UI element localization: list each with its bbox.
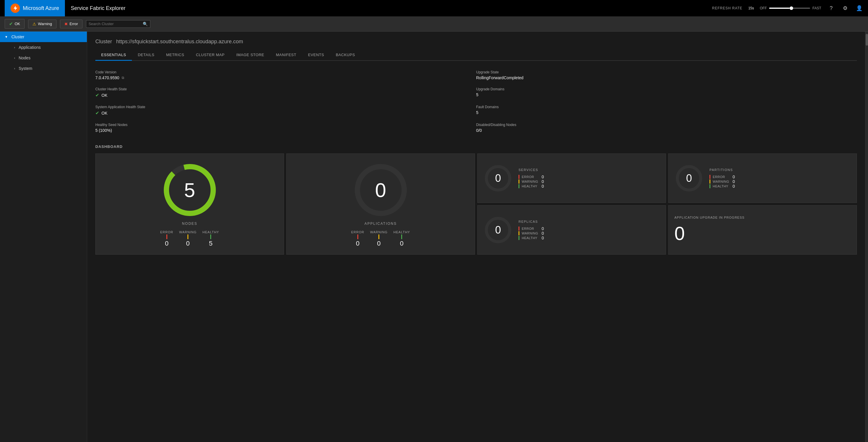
tabs: ESSENTIALS DETAILS METRICS CLUSTER MAP I… <box>95 50 857 61</box>
dashboard-grid: 5 NODES ERROR 0 WARNING 0 <box>95 154 857 255</box>
healthy-seed-item: Healthy Seed Nodes 5 (100%) <box>95 121 476 137</box>
warning-label: Warning <box>38 22 52 26</box>
nodes-card: 5 NODES ERROR 0 WARNING 0 <box>95 154 284 255</box>
nodes-error-value: 0 <box>165 240 168 247</box>
replicas-info: REPLICAS ERROR 0 WARNING 0 <box>519 220 544 240</box>
search-icon: 🔍 <box>143 22 148 26</box>
replicas-label: REPLICAS <box>519 220 544 223</box>
replicas-card: 0 REPLICAS ERROR 0 WARNING <box>477 205 666 255</box>
search-input[interactable] <box>89 22 141 26</box>
apps-donut-container: 0 APPLICATIONS <box>351 161 410 226</box>
tab-manifest[interactable]: MANIFEST <box>270 50 302 61</box>
chevron-right-icon-3: › <box>14 67 15 70</box>
tab-details[interactable]: DETAILS <box>132 50 160 61</box>
services-error-label: ERROR <box>522 175 539 179</box>
partitions-healthy-val: 0 <box>733 184 735 189</box>
partitions-donut-wrap: 0 <box>674 164 704 193</box>
tab-metrics[interactable]: METRICS <box>160 50 190 61</box>
upgrade-domains-label: Upgrade Domains <box>476 87 857 91</box>
warning-button[interactable]: ⚠ Warning <box>28 20 57 28</box>
partitions-card: 0 PARTITIONS ERROR 0 WARNING <box>668 154 857 203</box>
apps-error-label: ERROR <box>351 230 364 234</box>
apps-warning-label: WARNING <box>370 230 388 234</box>
replicas-count: 0 <box>495 224 501 236</box>
apps-donut: 0 <box>351 161 410 219</box>
cluster-title: Cluster https://sfquickstart.southcentra… <box>95 37 857 45</box>
tab-backups[interactable]: BACKUPS <box>330 50 361 61</box>
nodes-healthy-stat: HEALTHY 5 <box>203 230 219 247</box>
services-donut-wrap: 0 <box>484 164 513 193</box>
nodes-stats: ERROR 0 WARNING 0 HEALTHY 5 <box>160 230 219 247</box>
refresh-value: 15s <box>748 6 754 10</box>
services-healthy-val: 0 <box>541 184 544 189</box>
tab-essentials[interactable]: ESSENTIALS <box>95 50 132 61</box>
apps-warning-value: 0 <box>377 240 380 247</box>
nodes-donut-container: 5 NODES <box>160 161 219 226</box>
chevron-right-icon-2: › <box>14 56 15 60</box>
nodes-error-stat: ERROR 0 <box>160 230 174 247</box>
scrollbar-thumb[interactable] <box>866 34 868 45</box>
sidebar-item-applications[interactable]: › Applications <box>9 42 87 53</box>
applications-card: 0 APPLICATIONS ERROR 0 WARNING <box>286 154 475 255</box>
fault-domains-label: Fault Domains <box>476 105 857 109</box>
nodes-warning-value: 0 <box>186 240 189 247</box>
partitions-error-label: ERROR <box>713 175 730 179</box>
replicas-warning-bar <box>519 231 519 235</box>
upgrade-card: APPLICATION UPGRADE IN PROGRESS 0 <box>668 205 857 255</box>
sidebar-item-cluster[interactable]: ▼ Cluster <box>0 32 87 42</box>
partitions-healthy-row: HEALTHY 0 <box>710 184 735 189</box>
slider-thumb <box>789 6 793 10</box>
topbar: Microsoft Azure Service Fabric Explorer … <box>0 0 868 17</box>
question-icon[interactable]: ? <box>827 4 835 12</box>
apps-label: APPLICATIONS <box>364 222 397 226</box>
services-warning-val: 0 <box>541 179 544 184</box>
replicas-healthy-label: HEALTHY <box>522 236 539 240</box>
services-replicas-col: 0 SERVICES ERROR 0 WARNING <box>477 154 666 255</box>
nodes-healthy-bar <box>210 234 211 239</box>
copy-icon[interactable]: ⧉ <box>122 76 124 80</box>
nodes-count: 5 <box>184 179 195 201</box>
slider-track[interactable] <box>769 8 810 9</box>
apps-healthy-value: 0 <box>400 240 404 247</box>
upgrade-domains-item: Upgrade Domains 5 <box>476 85 857 103</box>
services-label: SERVICES <box>519 168 544 171</box>
apps-count: 0 <box>375 179 386 201</box>
sys-app-health-item: System Application Health State ✔ OK <box>95 103 476 121</box>
warning-icon: ⚠ <box>32 22 36 26</box>
sidebar-cluster-label: Cluster <box>11 34 24 39</box>
search-box[interactable]: 🔍 <box>86 20 150 28</box>
partitions-warning-label: WARNING <box>713 180 730 183</box>
error-label: Error <box>70 22 78 26</box>
settings-icon[interactable]: ⚙ <box>841 4 849 12</box>
cluster-health-ok-icon: ✔ <box>95 92 99 98</box>
services-healthy-bar <box>519 184 519 188</box>
upgrade-state-label: Upgrade State <box>476 70 857 74</box>
dashboard-title: DASHBOARD <box>95 145 857 149</box>
apps-warning-bar <box>378 234 379 239</box>
fault-domains-item: Fault Domains 5 <box>476 103 857 121</box>
code-version-item: Code Version 7.0.470.9590 ⧉ <box>95 68 476 85</box>
disabled-nodes-item: Disabled/Disabling Nodes 0/0 <box>476 121 857 137</box>
replicas-healthy-row: HEALTHY 0 <box>519 235 544 240</box>
topbar-right: REFRESH RATE 15s OFF FAST ? ⚙ 👤 <box>712 4 863 12</box>
nodes-healthy-label: HEALTHY <box>203 230 219 234</box>
user-icon[interactable]: 👤 <box>855 4 863 12</box>
tab-image-store[interactable]: IMAGE STORE <box>230 50 270 61</box>
tab-cluster-map[interactable]: CLUSTER MAP <box>190 50 230 61</box>
fault-domains-value: 5 <box>476 110 857 115</box>
scrollbar[interactable] <box>865 32 868 442</box>
services-error-val: 0 <box>541 175 544 179</box>
sidebar-item-nodes[interactable]: › Nodes <box>9 53 87 63</box>
error-button[interactable]: ✖ Error <box>60 20 83 28</box>
code-version-label: Code Version <box>95 70 476 74</box>
content-header: Cluster https://sfquickstart.southcentra… <box>87 32 865 61</box>
refresh-slider[interactable]: OFF FAST <box>760 6 821 10</box>
sidebar-system-label: System <box>19 66 32 71</box>
sidebar-item-system[interactable]: › System <box>9 63 87 74</box>
ok-button[interactable]: ✔ OK <box>5 19 25 29</box>
disabled-nodes-value: 0/0 <box>476 128 857 133</box>
statusbar: ✔ OK ⚠ Warning ✖ Error 🔍 <box>0 17 868 32</box>
replicas-healthy-bar <box>519 236 519 240</box>
tab-events[interactable]: EVENTS <box>302 50 330 61</box>
upgrade-state-item: Upgrade State RollingForwardCompleted <box>476 68 857 85</box>
